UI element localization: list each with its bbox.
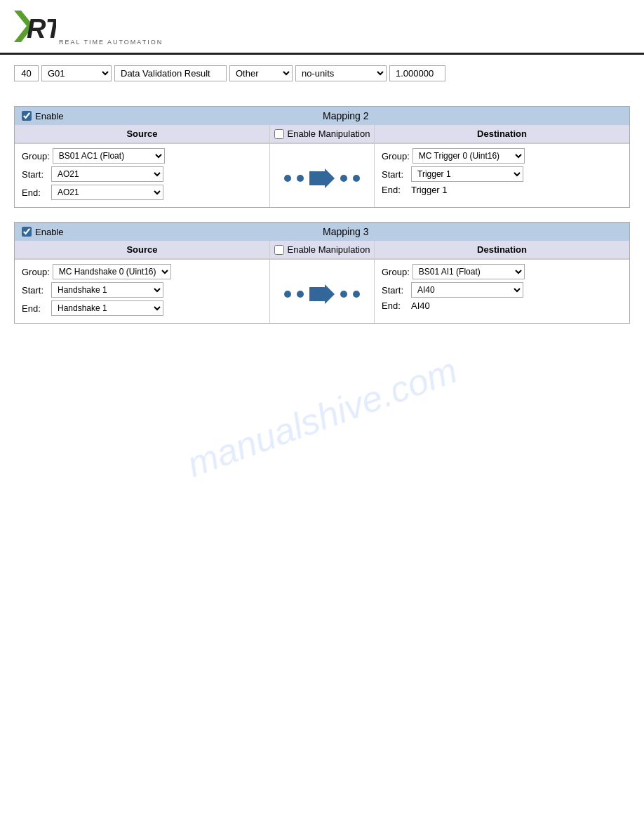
mapping2-dot3 xyxy=(340,175,347,182)
mapping3-arrow-icon xyxy=(309,284,335,304)
mapping2-manip-header: Enable Manipulation xyxy=(269,125,375,143)
svg-marker-3 xyxy=(309,284,335,304)
mapping2-arrow-icon xyxy=(309,168,335,188)
mapping3-dest-group-select[interactable]: BS01 AI1 (Float) xyxy=(412,264,525,279)
mapping2-source-group-select[interactable]: BS01 AC1 (Float) xyxy=(53,148,165,164)
mapping2-source-body: Group: BS01 AC1 (Float) Start: AO21 End:… xyxy=(15,144,269,207)
mapping2-dest-group-select[interactable]: MC Trigger 0 (Uint16) xyxy=(412,148,525,164)
mapping2-source-start-row: Start: AO21 xyxy=(22,166,262,182)
mapping3-dest-start-select[interactable]: AI40 xyxy=(411,282,523,298)
mapping3-dot4 xyxy=(353,291,360,298)
mapping3-dot3 xyxy=(340,291,347,298)
mapping3-dest-group-row: Group: BS01 AI1 (Float) xyxy=(382,264,622,279)
mapping2-source-start-label: Start: xyxy=(22,169,48,180)
mapping2-manip-checkbox[interactable] xyxy=(274,129,284,139)
mapping3-dest-end-label: End: xyxy=(382,300,408,311)
mapping3-source-start-label: Start: xyxy=(22,285,48,296)
mapping3-body: Group: MC Handshake 0 (Uint16) Start: Ha… xyxy=(15,260,629,323)
mapping2-dest-body: Group: MC Trigger 0 (Uint16) Start: Trig… xyxy=(375,144,629,207)
mapping3-enable-text: Enable xyxy=(35,227,63,237)
row-number: 40 xyxy=(14,65,39,81)
mapping2-source-group-label: Group: xyxy=(22,151,50,161)
mapping3-arrow-row xyxy=(284,284,360,304)
mapping3-dot2 xyxy=(297,291,304,298)
mapping2-enable-label[interactable]: Enable xyxy=(22,111,63,121)
mapping3-source-group-label: Group: xyxy=(22,267,50,277)
mapping2-manip-text: Enable Manipulation xyxy=(288,128,370,139)
mapping2-dest-start-select[interactable]: Trigger 1 xyxy=(411,166,523,182)
mapping3-source-group-select[interactable]: MC Handshake 0 (Uint16) xyxy=(53,264,171,279)
logo-rta: RTA xyxy=(14,7,56,46)
mapping3-source-body: Group: MC Handshake 0 (Uint16) Start: Ha… xyxy=(15,260,269,323)
group-select[interactable]: G01 xyxy=(41,65,112,81)
svg-text:RTA: RTA xyxy=(27,14,56,44)
mapping3-title: Mapping 3 xyxy=(69,226,622,237)
mapping3-source-end-select[interactable]: Handshake 1 xyxy=(51,300,163,316)
mapping2-dest-end-row: End: Trigger 1 xyxy=(382,185,622,195)
header: RTA REAL TIME AUTOMATION xyxy=(0,0,644,55)
mapping2-body: Group: BS01 AC1 (Float) Start: AO21 End:… xyxy=(15,144,629,207)
logo: RTA REAL TIME AUTOMATION xyxy=(14,7,163,46)
mapping2-header: Enable Mapping 2 xyxy=(15,107,629,125)
mapping3-header: Enable Mapping 3 xyxy=(15,223,629,241)
mapping2-source-end-select[interactable]: AO21 xyxy=(51,185,163,200)
description-cell: Data Validation Result xyxy=(114,65,227,81)
mapping2-source-header: Source xyxy=(15,125,269,143)
mapping3-dest-end-row: End: AI40 xyxy=(382,300,622,311)
mapping3-dest-start-label: Start: xyxy=(382,285,408,296)
type-select[interactable]: Other xyxy=(229,65,293,81)
mapping3-dest-group-label: Group: xyxy=(382,267,410,277)
mapping3-source-end-row: End: Handshake 1 xyxy=(22,300,262,316)
mapping3-dest-header: Destination xyxy=(375,241,629,259)
mapping3-dest-body: Group: BS01 AI1 (Float) Start: AI40 End:… xyxy=(375,260,629,323)
mapping3-dest-start-row: Start: AI40 xyxy=(382,282,622,298)
mapping2-dest-group-label: Group: xyxy=(382,151,410,161)
mapping2-dest-start-row: Start: Trigger 1 xyxy=(382,166,622,182)
mapping3-source-header: Source xyxy=(15,241,269,259)
mapping3-enable-checkbox[interactable] xyxy=(22,227,32,237)
mapping2-source-end-row: End: AO21 xyxy=(22,185,262,200)
mapping2-enable-checkbox[interactable] xyxy=(22,111,32,121)
mapping2-source-start-select[interactable]: AO21 xyxy=(51,166,163,182)
mapping3-manip-text: Enable Manipulation xyxy=(288,244,370,255)
units-select[interactable]: no-units xyxy=(295,65,387,81)
mapping2-dot1 xyxy=(284,175,291,182)
mapping2-dot4 xyxy=(353,175,360,182)
mapping3-source-end-label: End: xyxy=(22,303,48,314)
mapping2-section: Enable Mapping 2 Source Enable Manipulat… xyxy=(14,106,630,208)
mapping3-source-group-row: Group: MC Handshake 0 (Uint16) xyxy=(22,264,262,279)
mapping3-dest-end-value: AI40 xyxy=(411,300,430,311)
mapping2-dest-start-label: Start: xyxy=(382,169,408,180)
mapping2-arrow-area xyxy=(269,144,375,207)
mapping2-dest-header: Destination xyxy=(375,125,629,143)
mapping3-enable-label[interactable]: Enable xyxy=(22,227,63,237)
svg-marker-2 xyxy=(309,168,335,188)
mapping2-dest-group-row: Group: MC Trigger 0 (Uint16) xyxy=(382,148,622,164)
mapping2-source-group-row: Group: BS01 AC1 (Float) xyxy=(22,148,262,164)
logo-icon: RTA xyxy=(14,7,56,46)
mapping2-dest-end-value: Trigger 1 xyxy=(411,185,448,195)
mapping3-dot1 xyxy=(284,291,291,298)
mapping2-source-end-label: End: xyxy=(22,187,48,198)
mapping2-title: Mapping 2 xyxy=(69,110,622,121)
logo-subtitle: REAL TIME AUTOMATION xyxy=(59,39,163,46)
mapping2-dot2 xyxy=(297,175,304,182)
top-data-row: 40 G01 Data Validation Result Other no-u… xyxy=(0,55,644,92)
mapping2-enable-text: Enable xyxy=(35,111,63,121)
mapping3-source-start-select[interactable]: Handshake 1 xyxy=(51,282,163,298)
multiplier-cell: 1.000000 xyxy=(389,65,445,81)
mapping3-arrow-area xyxy=(269,260,375,323)
mapping3-manip-checkbox[interactable] xyxy=(274,245,284,255)
mapping3-section: Enable Mapping 3 Source Enable Manipulat… xyxy=(14,222,630,324)
mapping2-dest-end-label: End: xyxy=(382,185,408,195)
mapping3-manip-header: Enable Manipulation xyxy=(269,241,375,259)
mapping3-source-start-row: Start: Handshake 1 xyxy=(22,282,262,298)
mapping2-arrow-row xyxy=(284,168,360,188)
